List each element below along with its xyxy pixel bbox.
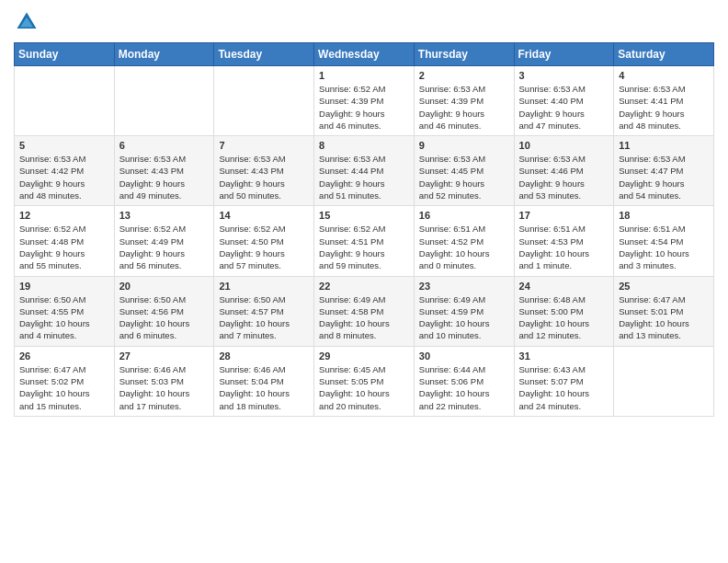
day-info: Sunrise: 6:46 AM Sunset: 5:04 PM Dayligh… [219,363,309,412]
calendar-cell: 28Sunrise: 6:46 AM Sunset: 5:04 PM Dayli… [214,346,314,416]
calendar-cell: 16Sunrise: 6:51 AM Sunset: 4:52 PM Dayli… [414,206,514,276]
day-info: Sunrise: 6:50 AM Sunset: 4:55 PM Dayligh… [19,293,109,342]
day-info: Sunrise: 6:50 AM Sunset: 4:56 PM Dayligh… [119,293,210,342]
day-info: Sunrise: 6:53 AM Sunset: 4:40 PM Dayligh… [519,83,609,132]
calendar-cell: 6Sunrise: 6:53 AM Sunset: 4:43 PM Daylig… [114,136,214,206]
calendar: SundayMondayTuesdayWednesdayThursdayFrid… [14,42,714,417]
calendar-cell: 9Sunrise: 6:53 AM Sunset: 4:45 PM Daylig… [414,136,514,206]
day-info: Sunrise: 6:53 AM Sunset: 4:42 PM Dayligh… [19,153,109,201]
day-number: 11 [619,140,709,151]
day-info: Sunrise: 6:51 AM Sunset: 4:53 PM Dayligh… [519,223,609,271]
header [14,9,714,35]
day-info: Sunrise: 6:51 AM Sunset: 4:54 PM Dayligh… [619,223,709,271]
day-number: 28 [219,350,309,362]
day-number: 30 [419,350,509,362]
logo [14,9,43,35]
day-number: 31 [519,350,609,362]
day-info: Sunrise: 6:52 AM Sunset: 4:49 PM Dayligh… [119,223,210,271]
page: SundayMondayTuesdayWednesdayThursdayFrid… [0,0,728,563]
weekday-header-thursday: Thursday [414,43,514,66]
week-row-3: 19Sunrise: 6:50 AM Sunset: 4:55 PM Dayli… [15,276,714,346]
logo-icon [14,9,40,35]
calendar-cell: 5Sunrise: 6:53 AM Sunset: 4:42 PM Daylig… [15,136,115,206]
weekday-header-saturday: Saturday [614,43,714,66]
calendar-cell [114,66,214,136]
calendar-cell: 4Sunrise: 6:53 AM Sunset: 4:41 PM Daylig… [614,66,714,136]
day-number: 15 [319,210,409,221]
day-number: 4 [619,70,709,81]
weekday-header-friday: Friday [514,43,614,66]
day-number: 19 [19,281,109,292]
day-number: 9 [419,140,509,151]
day-info: Sunrise: 6:44 AM Sunset: 5:06 PM Dayligh… [419,363,509,412]
day-info: Sunrise: 6:49 AM Sunset: 4:59 PM Dayligh… [419,293,509,342]
calendar-cell: 3Sunrise: 6:53 AM Sunset: 4:40 PM Daylig… [514,66,614,136]
day-info: Sunrise: 6:53 AM Sunset: 4:41 PM Dayligh… [619,83,709,132]
calendar-cell: 23Sunrise: 6:49 AM Sunset: 4:59 PM Dayli… [414,276,514,346]
week-row-0: 1Sunrise: 6:52 AM Sunset: 4:39 PM Daylig… [15,66,714,136]
day-number: 2 [419,70,509,81]
day-number: 1 [319,70,409,81]
weekday-header-tuesday: Tuesday [214,43,314,66]
calendar-cell: 13Sunrise: 6:52 AM Sunset: 4:49 PM Dayli… [114,206,214,276]
calendar-cell: 27Sunrise: 6:46 AM Sunset: 5:03 PM Dayli… [114,346,214,416]
weekday-header-sunday: Sunday [15,43,115,66]
calendar-cell: 21Sunrise: 6:50 AM Sunset: 4:57 PM Dayli… [214,276,314,346]
day-number: 5 [19,140,109,151]
calendar-cell [214,66,314,136]
calendar-cell: 19Sunrise: 6:50 AM Sunset: 4:55 PM Dayli… [15,276,115,346]
day-info: Sunrise: 6:53 AM Sunset: 4:47 PM Dayligh… [619,153,709,201]
calendar-cell: 17Sunrise: 6:51 AM Sunset: 4:53 PM Dayli… [514,206,614,276]
calendar-cell: 22Sunrise: 6:49 AM Sunset: 4:58 PM Dayli… [314,276,415,346]
calendar-cell: 31Sunrise: 6:43 AM Sunset: 5:07 PM Dayli… [514,346,614,416]
day-info: Sunrise: 6:53 AM Sunset: 4:44 PM Dayligh… [319,153,409,201]
calendar-cell: 1Sunrise: 6:52 AM Sunset: 4:39 PM Daylig… [314,66,415,136]
day-info: Sunrise: 6:53 AM Sunset: 4:39 PM Dayligh… [419,83,509,132]
day-number: 17 [519,210,609,221]
day-info: Sunrise: 6:50 AM Sunset: 4:57 PM Dayligh… [219,293,309,342]
day-number: 8 [319,140,409,151]
day-number: 16 [419,210,509,221]
day-info: Sunrise: 6:53 AM Sunset: 4:45 PM Dayligh… [419,153,509,201]
week-row-2: 12Sunrise: 6:52 AM Sunset: 4:48 PM Dayli… [15,206,714,276]
calendar-cell: 24Sunrise: 6:48 AM Sunset: 5:00 PM Dayli… [514,276,614,346]
calendar-cell: 30Sunrise: 6:44 AM Sunset: 5:06 PM Dayli… [414,346,514,416]
day-info: Sunrise: 6:46 AM Sunset: 5:03 PM Dayligh… [119,363,210,412]
day-number: 25 [619,281,709,292]
calendar-cell: 7Sunrise: 6:53 AM Sunset: 4:43 PM Daylig… [214,136,314,206]
calendar-cell: 26Sunrise: 6:47 AM Sunset: 5:02 PM Dayli… [15,346,115,416]
calendar-cell: 10Sunrise: 6:53 AM Sunset: 4:46 PM Dayli… [514,136,614,206]
day-info: Sunrise: 6:45 AM Sunset: 5:05 PM Dayligh… [319,363,409,412]
day-number: 14 [219,210,309,221]
weekday-header-wednesday: Wednesday [314,43,415,66]
day-info: Sunrise: 6:47 AM Sunset: 5:01 PM Dayligh… [619,293,709,342]
day-number: 22 [319,281,409,292]
weekday-header-row: SundayMondayTuesdayWednesdayThursdayFrid… [15,43,714,66]
day-info: Sunrise: 6:52 AM Sunset: 4:39 PM Dayligh… [319,83,409,132]
calendar-cell: 8Sunrise: 6:53 AM Sunset: 4:44 PM Daylig… [314,136,415,206]
day-info: Sunrise: 6:53 AM Sunset: 4:43 PM Dayligh… [119,153,210,201]
day-number: 21 [219,281,309,292]
day-number: 24 [519,281,609,292]
day-number: 6 [119,140,210,151]
day-number: 13 [119,210,210,221]
day-info: Sunrise: 6:47 AM Sunset: 5:02 PM Dayligh… [19,363,109,412]
day-info: Sunrise: 6:51 AM Sunset: 4:52 PM Dayligh… [419,223,509,271]
day-info: Sunrise: 6:52 AM Sunset: 4:50 PM Dayligh… [219,223,309,271]
day-info: Sunrise: 6:43 AM Sunset: 5:07 PM Dayligh… [519,363,609,412]
calendar-cell: 14Sunrise: 6:52 AM Sunset: 4:50 PM Dayli… [214,206,314,276]
weekday-header-monday: Monday [114,43,214,66]
day-info: Sunrise: 6:52 AM Sunset: 4:51 PM Dayligh… [319,223,409,271]
calendar-cell: 20Sunrise: 6:50 AM Sunset: 4:56 PM Dayli… [114,276,214,346]
day-info: Sunrise: 6:49 AM Sunset: 4:58 PM Dayligh… [319,293,409,342]
day-info: Sunrise: 6:53 AM Sunset: 4:46 PM Dayligh… [519,153,609,201]
day-info: Sunrise: 6:52 AM Sunset: 4:48 PM Dayligh… [19,223,109,271]
day-number: 26 [19,350,109,362]
calendar-cell: 11Sunrise: 6:53 AM Sunset: 4:47 PM Dayli… [614,136,714,206]
calendar-cell: 18Sunrise: 6:51 AM Sunset: 4:54 PM Dayli… [614,206,714,276]
day-number: 29 [319,350,409,362]
day-number: 27 [119,350,210,362]
day-number: 3 [519,70,609,81]
day-info: Sunrise: 6:53 AM Sunset: 4:43 PM Dayligh… [219,153,309,201]
day-number: 20 [119,281,210,292]
